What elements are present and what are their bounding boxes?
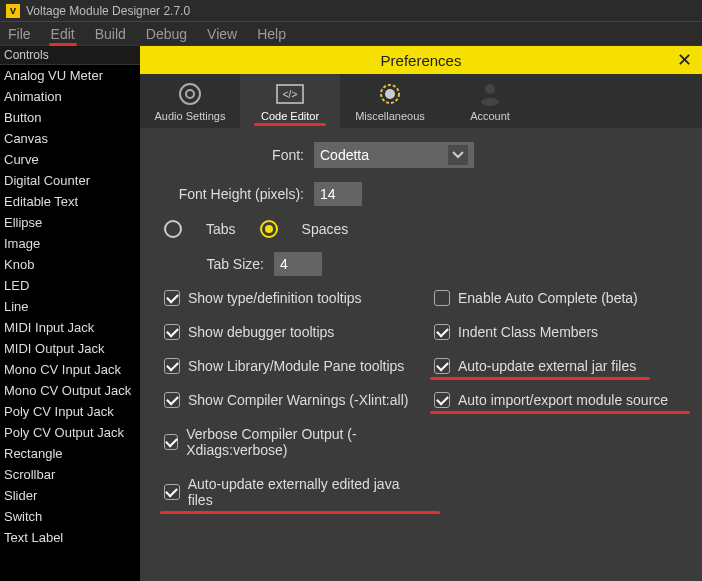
annotation-underline [430, 377, 650, 380]
speaker-icon [140, 82, 240, 106]
tab-label: Account [440, 110, 540, 122]
menu-view[interactable]: View [207, 26, 237, 42]
list-item[interactable]: Rectangle [0, 443, 140, 464]
tab-size-input[interactable]: 4 [274, 252, 322, 276]
list-item[interactable]: Image [0, 233, 140, 254]
tab-size-label: Tab Size: [164, 256, 264, 272]
radio-tabs-label: Tabs [206, 221, 236, 237]
check-auto-import-export[interactable] [434, 392, 450, 408]
preferences-dialog: Preferences ✕ Audio Settings </> Code Ed… [140, 46, 702, 581]
list-item[interactable]: Mono CV Output Jack [0, 380, 140, 401]
list-item[interactable]: Digital Counter [0, 170, 140, 191]
controls-list: Analog VU Meter Animation Button Canvas … [0, 65, 140, 548]
annotation-underline [430, 411, 690, 414]
svg-point-6 [481, 98, 499, 106]
check-indent-class-members[interactable] [434, 324, 450, 340]
check-show-debugger-tooltips[interactable] [164, 324, 180, 340]
svg-point-0 [180, 84, 200, 104]
annotation-underline [254, 123, 326, 126]
list-item[interactable]: Animation [0, 86, 140, 107]
check-auto-update-java[interactable] [164, 484, 180, 500]
menu-debug[interactable]: Debug [146, 26, 187, 42]
app-title: Voltage Module Designer 2.7.0 [26, 4, 190, 18]
list-item[interactable]: MIDI Input Jack [0, 317, 140, 338]
check-show-compiler-warnings[interactable] [164, 392, 180, 408]
dialog-title: Preferences [381, 52, 462, 69]
tab-miscellaneous[interactable]: Miscellaneous [340, 74, 440, 128]
list-item[interactable]: Scrollbar [0, 464, 140, 485]
list-item[interactable]: MIDI Output Jack [0, 338, 140, 359]
list-item[interactable]: Ellipse [0, 212, 140, 233]
app-logo-icon: V [6, 4, 20, 18]
list-item[interactable]: LED [0, 275, 140, 296]
tab-account[interactable]: Account [440, 74, 540, 128]
radio-tabs[interactable] [164, 220, 182, 238]
list-item[interactable]: Switch [0, 506, 140, 527]
tab-label: Code Editor [240, 110, 340, 122]
list-item[interactable]: Slider [0, 485, 140, 506]
svg-point-5 [385, 89, 395, 99]
gear-icon [340, 82, 440, 106]
list-item[interactable]: Curve [0, 149, 140, 170]
menu-file[interactable]: File [8, 26, 31, 42]
dialog-tabs: Audio Settings </> Code Editor Miscellan… [140, 74, 702, 128]
list-item[interactable]: Line [0, 296, 140, 317]
dialog-header: Preferences ✕ [140, 46, 702, 74]
tab-label: Audio Settings [140, 110, 240, 122]
font-height-label: Font Height (pixels): [164, 186, 304, 202]
font-value: Codetta [320, 147, 369, 163]
list-item[interactable]: Mono CV Input Jack [0, 359, 140, 380]
check-auto-update-jar[interactable] [434, 358, 450, 374]
radio-spaces[interactable] [260, 220, 278, 238]
list-item[interactable]: Editable Text [0, 191, 140, 212]
code-icon: </> [240, 82, 340, 106]
menu-edit[interactable]: Edit [51, 26, 75, 42]
check-show-type-tooltips[interactable] [164, 290, 180, 306]
radio-spaces-label: Spaces [302, 221, 349, 237]
font-select[interactable]: Codetta [314, 142, 474, 168]
list-item[interactable]: Canvas [0, 128, 140, 149]
svg-point-1 [186, 90, 194, 98]
check-verbose-compiler[interactable] [164, 434, 178, 450]
check-show-library-tooltips[interactable] [164, 358, 180, 374]
close-icon[interactable]: ✕ [677, 49, 692, 71]
tab-code-editor[interactable]: </> Code Editor [240, 74, 340, 128]
annotation-underline [160, 511, 440, 514]
controls-panel: Controls Analog VU Meter Animation Butto… [0, 46, 140, 581]
tab-label: Miscellaneous [340, 110, 440, 122]
svg-text:</>: </> [283, 89, 298, 100]
chevron-down-icon [448, 145, 468, 165]
controls-panel-header: Controls [0, 46, 140, 65]
font-height-input[interactable]: 14 [314, 182, 362, 206]
list-item[interactable]: Poly CV Input Jack [0, 401, 140, 422]
dialog-body: Font: Codetta Font Height (pixels): 14 T… [140, 128, 702, 522]
list-item[interactable]: Poly CV Output Jack [0, 422, 140, 443]
tab-audio-settings[interactable]: Audio Settings [140, 74, 240, 128]
title-bar: V Voltage Module Designer 2.7.0 [0, 0, 702, 22]
font-label: Font: [164, 147, 304, 163]
list-item[interactable]: Knob [0, 254, 140, 275]
menu-build[interactable]: Build [95, 26, 126, 42]
list-item[interactable]: Analog VU Meter [0, 65, 140, 86]
checkbox-grid: Show type/definition tooltips Enable Aut… [164, 290, 678, 508]
menu-help[interactable]: Help [257, 26, 286, 42]
list-item[interactable]: Button [0, 107, 140, 128]
user-icon [440, 82, 540, 106]
check-enable-autocomplete[interactable] [434, 290, 450, 306]
svg-point-7 [485, 84, 495, 94]
menu-bar: File Edit Build Debug View Help [0, 22, 702, 46]
list-item[interactable]: Text Label [0, 527, 140, 548]
